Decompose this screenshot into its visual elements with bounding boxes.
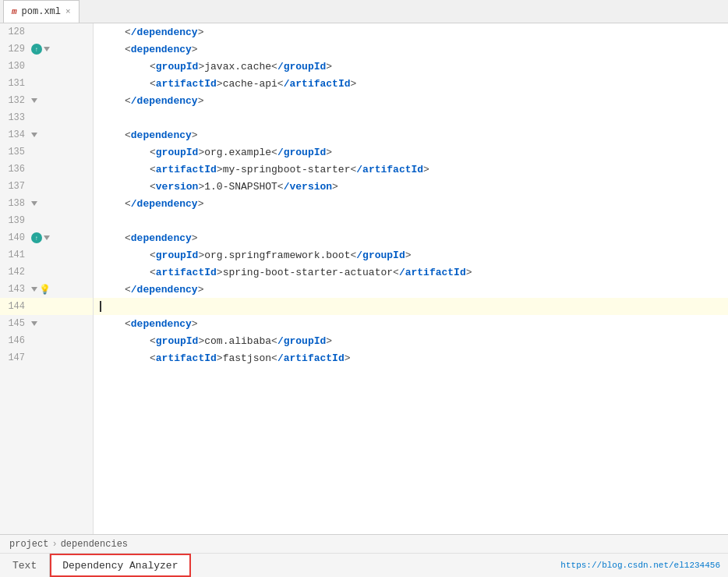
code-line[interactable] bbox=[94, 212, 728, 229]
text-tab[interactable]: Text bbox=[0, 554, 50, 577]
code-line[interactable]: </dependency> bbox=[94, 92, 728, 109]
line-number: 128 bbox=[0, 27, 31, 37]
gutter-row: 146 bbox=[0, 332, 93, 349]
gutter: 128129↑130131132133134135136137138139140… bbox=[0, 23, 94, 534]
url-display: https://blog.csdn.net/el1234456 bbox=[560, 561, 728, 570]
line-number: 135 bbox=[0, 147, 31, 158]
tab-file-icon: m bbox=[12, 7, 17, 16]
gutter-row: 128 bbox=[0, 23, 93, 41]
gutter-row: 131 bbox=[0, 75, 93, 92]
code-line[interactable]: <dependency> bbox=[94, 126, 728, 143]
breadcrumb-part2: dependencies bbox=[61, 539, 128, 550]
gutter-row: 135 bbox=[0, 143, 93, 161]
gutter-row: 134 bbox=[0, 126, 93, 143]
code-area[interactable]: </dependency><dependency><groupId>javax.… bbox=[94, 23, 728, 534]
tab-bar: m pom.xml × bbox=[0, 0, 728, 23]
line-number: 134 bbox=[0, 129, 31, 140]
code-line[interactable]: <dependency> bbox=[94, 229, 728, 246]
dependency-analyzer-tab-label: Dependency Analyzer bbox=[62, 560, 178, 572]
code-line[interactable]: <artifactId>my-springboot-starter</artif… bbox=[94, 161, 728, 178]
gutter-row: 130 bbox=[0, 58, 93, 75]
code-line[interactable]: </dependency> bbox=[94, 281, 728, 298]
fold-arrow-icon[interactable] bbox=[31, 133, 37, 137]
gutter-row: 132 bbox=[0, 92, 93, 109]
line-number: 142 bbox=[0, 267, 31, 278]
gutter-row: 138 bbox=[0, 195, 93, 212]
code-line[interactable]: <groupId>javax.cache</groupId> bbox=[94, 58, 728, 75]
gutter-row: 141 bbox=[0, 246, 93, 264]
code-line[interactable]: <dependency> bbox=[94, 315, 728, 332]
breadcrumb-separator: › bbox=[51, 539, 57, 550]
line-number: 139 bbox=[0, 215, 31, 226]
tool-tabs-bar: Text Dependency Analyzer https://blog.cs… bbox=[0, 554, 728, 577]
code-line[interactable]: <groupId>com.alibaba</groupId> bbox=[94, 332, 728, 349]
code-line[interactable] bbox=[94, 109, 728, 126]
line-number: 144 bbox=[0, 301, 31, 312]
code-line[interactable]: </dependency> bbox=[94, 23, 728, 41]
dependency-analyzer-tab[interactable]: Dependency Analyzer bbox=[50, 554, 191, 577]
code-line[interactable]: <artifactId>spring-boot-starter-actuator… bbox=[94, 264, 728, 281]
line-number: 129 bbox=[0, 44, 31, 55]
tab-close-button[interactable]: × bbox=[65, 7, 71, 16]
code-line[interactable]: <dependency> bbox=[94, 41, 728, 58]
code-line[interactable]: </dependency> bbox=[94, 195, 728, 212]
gutter-row: 142 bbox=[0, 264, 93, 281]
breadcrumb-part1: project bbox=[9, 539, 48, 550]
bookmark-icon[interactable]: ↑ bbox=[31, 44, 42, 55]
fold-arrow-icon[interactable] bbox=[31, 287, 37, 292]
line-number: 137 bbox=[0, 181, 31, 192]
bulb-icon[interactable]: 💡 bbox=[39, 284, 51, 296]
gutter-row: 136 bbox=[0, 161, 93, 178]
gutter-row: 144 bbox=[0, 298, 93, 315]
gutter-row: 143💡 bbox=[0, 281, 93, 298]
gutter-row: 129↑ bbox=[0, 41, 93, 58]
line-number: 131 bbox=[0, 78, 31, 89]
editor-container: 128129↑130131132133134135136137138139140… bbox=[0, 23, 728, 534]
line-number: 138 bbox=[0, 198, 31, 209]
line-number: 141 bbox=[0, 250, 31, 260]
tab-filename: pom.xml bbox=[22, 6, 61, 17]
breadcrumb: project › dependencies bbox=[0, 535, 728, 554]
fold-arrow-icon[interactable] bbox=[44, 47, 50, 51]
line-number: 130 bbox=[0, 61, 31, 72]
code-line[interactable]: <groupId>org.springframework.boot</group… bbox=[94, 246, 728, 264]
text-tab-label: Text bbox=[12, 560, 37, 572]
line-number: 147 bbox=[0, 352, 31, 363]
status-bar: project › dependencies Text Dependency A… bbox=[0, 534, 728, 577]
code-line[interactable]: <groupId>org.example</groupId> bbox=[94, 143, 728, 161]
line-number: 136 bbox=[0, 164, 31, 175]
pom-xml-tab[interactable]: m pom.xml × bbox=[3, 0, 80, 23]
code-line[interactable]: <artifactId>cache-api</artifactId> bbox=[94, 75, 728, 92]
text-cursor bbox=[100, 301, 101, 312]
gutter-row: 137 bbox=[0, 178, 93, 195]
line-number: 133 bbox=[0, 112, 31, 123]
line-number: 140 bbox=[0, 232, 31, 243]
line-number: 143 bbox=[0, 284, 31, 295]
gutter-row: 133 bbox=[0, 109, 93, 126]
gutter-row: 139 bbox=[0, 212, 93, 229]
fold-arrow-icon[interactable] bbox=[31, 321, 37, 326]
line-number: 132 bbox=[0, 95, 31, 106]
line-number: 145 bbox=[0, 318, 31, 329]
gutter-row: 147 bbox=[0, 349, 93, 366]
fold-arrow-icon[interactable] bbox=[44, 235, 50, 240]
fold-arrow-icon[interactable] bbox=[31, 201, 37, 206]
code-line[interactable]: <version>1.0-SNAPSHOT</version> bbox=[94, 178, 728, 195]
bookmark-icon[interactable]: ↑ bbox=[31, 232, 42, 243]
code-line[interactable] bbox=[94, 298, 728, 315]
fold-arrow-icon[interactable] bbox=[31, 98, 37, 103]
line-number: 146 bbox=[0, 335, 31, 346]
gutter-row: 140↑ bbox=[0, 229, 93, 246]
code-line[interactable]: <artifactId>fastjson</artifactId> bbox=[94, 349, 728, 366]
gutter-row: 145 bbox=[0, 315, 93, 332]
